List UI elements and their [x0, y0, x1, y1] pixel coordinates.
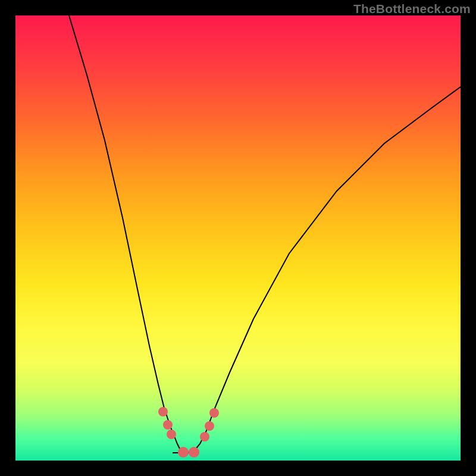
chart-svg	[15, 15, 461, 461]
left-curve	[69, 15, 185, 453]
data-marker	[200, 432, 209, 441]
data-marker	[209, 408, 219, 418]
chart-frame	[15, 15, 461, 461]
data-marker	[167, 430, 176, 439]
data-markers	[158, 407, 219, 458]
watermark-text: TheBottleneck.com	[353, 2, 471, 16]
data-marker	[189, 447, 199, 458]
data-marker	[205, 421, 214, 431]
right-curve	[185, 87, 461, 453]
data-marker	[163, 420, 173, 430]
data-marker	[158, 407, 168, 416]
data-marker	[178, 447, 189, 458]
